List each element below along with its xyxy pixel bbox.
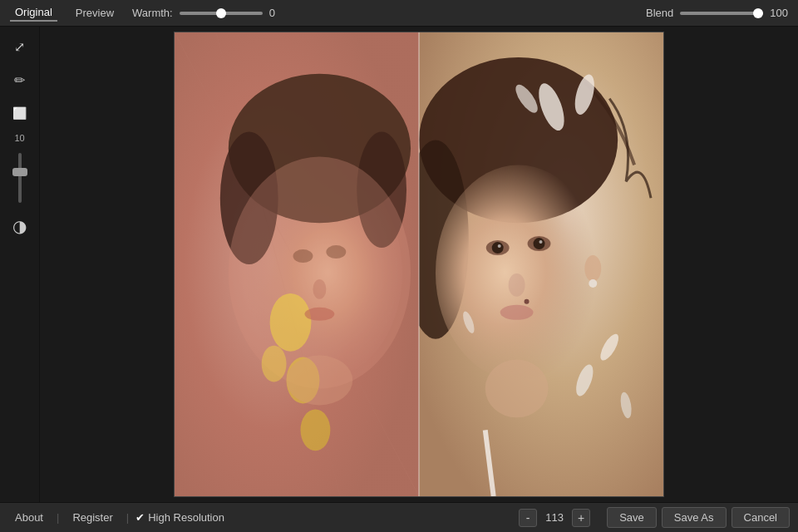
svg-point-13 <box>293 249 313 263</box>
image-left <box>175 32 419 496</box>
svg-point-21 <box>436 165 601 380</box>
svg-point-31 <box>509 273 525 297</box>
save-button[interactable]: Save <box>607 507 657 528</box>
brush-button[interactable]: ✏ <box>7 66 33 93</box>
warmth-label: Warmth: <box>132 7 173 19</box>
svg-point-16 <box>304 308 334 321</box>
svg-point-35 <box>589 279 597 288</box>
separator-2: | <box>126 511 129 524</box>
action-buttons: Save Save As Cancel <box>607 507 790 528</box>
svg-point-36 <box>485 360 549 418</box>
zoom-plus-button[interactable]: + <box>572 509 590 527</box>
contrast-icon: ◑ <box>12 216 27 236</box>
warmth-slider[interactable] <box>180 12 263 15</box>
high-res-label[interactable]: ✔ High Resolution <box>135 511 224 524</box>
svg-point-17 <box>287 356 353 406</box>
svg-point-28 <box>534 238 545 249</box>
tab-preview[interactable]: Preview <box>71 5 119 21</box>
face-left-bg <box>175 32 419 496</box>
warmth-value: 0 <box>269 7 275 19</box>
svg-point-11 <box>262 346 287 382</box>
zoom-minus-button[interactable]: - <box>519 509 537 527</box>
separator-1: | <box>57 511 59 524</box>
blend-label: Blend <box>646 7 673 19</box>
svg-point-14 <box>326 245 346 259</box>
warmth-control: Warmth: 0 <box>132 7 275 19</box>
zoom-controls: - 113 + <box>519 509 590 527</box>
high-res-text: High Resolution <box>148 511 224 524</box>
save-as-button[interactable]: Save As <box>662 507 727 528</box>
eraser-icon: ⬜ <box>12 106 27 120</box>
expand-button[interactable]: ⤢ <box>7 33 33 60</box>
brush-size: 10 <box>14 133 24 143</box>
svg-point-12 <box>300 409 330 451</box>
blend-control: Blend 100 <box>646 7 788 19</box>
blend-slider[interactable] <box>680 12 763 15</box>
canvas-area <box>40 27 798 502</box>
face-right-svg <box>419 32 663 496</box>
register-button[interactable]: Register <box>66 509 119 526</box>
sidebar: ⤢ ✏ ⬜ 10 ◑ <box>0 27 40 502</box>
checkmark-icon: ✔ <box>135 511 145 524</box>
svg-point-29 <box>498 244 501 248</box>
bottom-bar: About | Register | ✔ High Resolution - 1… <box>0 502 798 532</box>
svg-point-33 <box>525 299 530 304</box>
face-right-bg <box>419 32 663 496</box>
top-bar: Original Preview Warmth: 0 Blend 100 <box>0 0 798 27</box>
tab-original[interactable]: Original <box>10 4 57 22</box>
size-slider[interactable] <box>18 153 22 203</box>
split-divider <box>418 32 420 496</box>
contrast-button[interactable]: ◑ <box>7 213 33 239</box>
image-wrapper[interactable] <box>174 32 664 497</box>
svg-point-27 <box>492 242 504 254</box>
svg-point-8 <box>229 156 411 388</box>
about-button[interactable]: About <box>8 509 50 526</box>
zoom-value: 113 <box>542 511 567 524</box>
expand-icon: ⤢ <box>14 39 25 55</box>
cancel-button[interactable]: Cancel <box>732 507 790 528</box>
svg-point-30 <box>539 240 543 244</box>
svg-point-32 <box>500 305 534 320</box>
blend-value: 100 <box>770 7 788 19</box>
svg-point-9 <box>270 293 312 352</box>
main-area: ⤢ ✏ ⬜ 10 ◑ <box>0 27 798 502</box>
brush-icon: ✏ <box>14 72 25 88</box>
image-right <box>419 32 663 496</box>
svg-point-34 <box>584 255 601 282</box>
face-left-svg <box>175 32 419 496</box>
eraser-button[interactable]: ⬜ <box>7 100 33 126</box>
svg-point-15 <box>313 279 326 299</box>
